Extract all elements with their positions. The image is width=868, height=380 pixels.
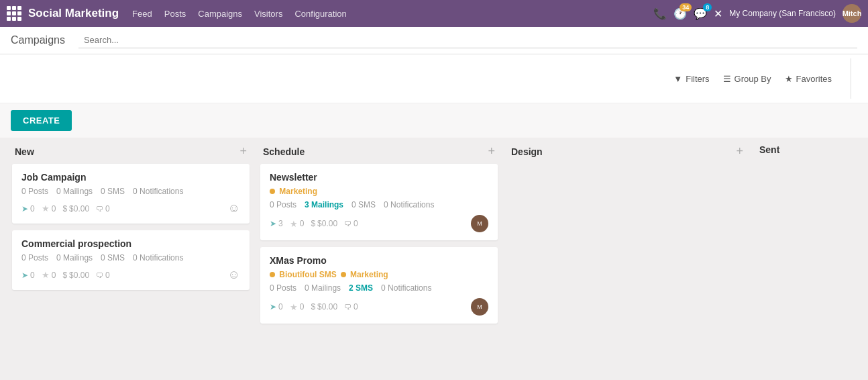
arrow-icon: ➤ [270,219,276,228]
column-design-label: Design [511,146,543,157]
card-job-campaign-stats: 0 Posts 0 Mailings 0 SMS 0 Notifications [21,187,240,196]
tag-bioutifoul: Bioutifoul SMS [270,270,337,279]
arrow-icon: ➤ [21,271,28,280]
arrow-icon: ➤ [21,204,28,213]
card-newsletter-title: Newsletter [270,172,488,183]
card-job-campaign: Job Campaign 0 Posts 0 Mailings 0 SMS 0 … [12,164,250,224]
message-icon[interactable]: 💬 8 [694,7,707,20]
nav-campaigns[interactable]: Campaigns [198,9,242,19]
grid-menu-icon[interactable] [7,6,21,21]
card-xmas-promo: XMas Promo Bioutifoul SMS Marketing 0 Po… [260,247,498,324]
company-name: My Company (San Francisco) [729,9,836,18]
column-new-header: New + [12,138,250,164]
card-xmas-footer: ➤ 0 ★ 0 $ $0.00 🗨 0 [270,298,488,316]
favorites-button[interactable]: ★ Favorites [785,74,832,84]
column-new-add[interactable]: + [239,144,247,158]
msg-icon: 🗨 [344,220,351,228]
star-icon: ★ [290,219,298,229]
tag-dot-bioutifoul [270,272,275,277]
column-schedule-add[interactable]: + [488,144,495,158]
card-newsletter-tags: Marketing [270,187,488,196]
favorites-icon: ★ [785,74,793,84]
smiley-icon: ☺ [228,268,240,282]
user-initials: Mitch [843,9,861,17]
arrow-icon: ➤ [270,302,276,312]
subheader: Campaigns [0,27,868,54]
tag-marketing: Marketing [270,187,317,196]
activity-badge: 34 [680,3,692,11]
user-avatar[interactable]: Mitch [843,4,861,23]
card-newsletter-footer: ➤ 3 ★ 0 $ $0.00 🗨 0 [270,215,488,232]
filters-button[interactable]: ▼ Filters [673,74,709,84]
column-design-header: Design + [508,138,746,164]
smiley-icon: ☺ [228,201,240,216]
column-schedule: Schedule + Newsletter Marketing 0 Posts … [255,138,503,367]
column-schedule-label: Schedule [263,146,305,157]
column-schedule-header: Schedule + [260,138,498,164]
card-xmas-avatar: M [471,298,488,316]
column-sent: Sent [751,138,868,367]
card-commercial-footer: ➤ 0 ★ 0 $ $0.00 🗨 0 ☺ [21,268,240,282]
search-input[interactable] [78,32,857,48]
activity-icon[interactable]: 🕐 34 [673,7,687,20]
top-nav: Feed Posts Campaigns Visitors Configurat… [132,9,647,19]
create-button[interactable]: CREATE [11,110,72,131]
nav-feed[interactable]: Feed [132,9,152,19]
card-job-campaign-title: Job Campaign [21,172,240,183]
column-new: New + Job Campaign 0 Posts 0 Mailings 0 … [7,138,255,367]
star-icon: ★ [42,270,50,280]
dollar-icon: $ [311,302,315,312]
dollar-icon: $ [62,271,67,280]
kanban-board: New + Job Campaign 0 Posts 0 Mailings 0 … [0,138,868,380]
star-icon: ★ [42,203,50,213]
close-icon[interactable]: ✕ [714,7,722,20]
card-newsletter-stats: 0 Posts 3 Mailings 0 SMS 0 Notifications [270,200,488,209]
topbar: Social Marketing Feed Posts Campaigns Vi… [0,0,868,27]
column-design-add[interactable]: + [736,144,743,158]
main-content: Campaigns ▼ Filters ☰ Group By ★ Favorit… [0,27,868,380]
card-xmas-stats: 0 Posts 0 Mailings 2 SMS 0 Notifications [270,283,488,293]
tag-dot-marketing2 [341,272,346,277]
card-newsletter-avatar: M [471,215,488,232]
msg-icon: 🗨 [344,303,351,311]
app-title: Social Marketing [28,7,119,20]
tag-marketing2: Marketing [341,270,388,279]
filterbar: ▼ Filters ☰ Group By ★ Favorites [0,54,868,103]
column-new-label: New [15,146,34,157]
nav-posts[interactable]: Posts [164,9,186,19]
groupby-icon: ☰ [723,74,731,84]
column-sent-header: Sent [757,138,868,160]
dollar-icon: $ [311,219,315,228]
page-title: Campaigns [11,34,65,46]
card-job-campaign-footer: ➤ 0 ★ 0 $ $0.00 🗨 0 ☺ [21,201,240,216]
card-commercial-prospection: Commercial prospection 0 Posts 0 Mailing… [12,230,250,290]
card-newsletter: Newsletter Marketing 0 Posts 3 Mailings … [260,164,498,240]
msg-icon: 🗨 [96,271,103,279]
star-icon: ★ [290,302,298,312]
filter-icon: ▼ [673,74,682,84]
tag-dot-marketing [270,189,275,194]
nav-configuration[interactable]: Configuration [294,9,346,19]
topbar-right: 📞 🕐 34 💬 8 ✕ My Company (San Francisco) … [653,4,861,23]
msg-icon: 🗨 [96,205,103,213]
card-xmas-title: XMas Promo [270,255,488,266]
dollar-icon: $ [62,204,67,213]
card-commercial-title: Commercial prospection [21,238,240,249]
column-sent-label: Sent [759,144,779,155]
action-row: CREATE [0,103,868,138]
nav-visitors[interactable]: Visitors [254,9,282,19]
card-commercial-stats: 0 Posts 0 Mailings 0 SMS 0 Notifications [21,253,240,263]
card-xmas-tags: Bioutifoul SMS Marketing [270,270,488,279]
column-design: Design + [503,138,751,367]
message-badge: 8 [703,3,712,11]
phone-icon[interactable]: 📞 [653,7,667,20]
groupby-button[interactable]: ☰ Group By [723,74,771,84]
